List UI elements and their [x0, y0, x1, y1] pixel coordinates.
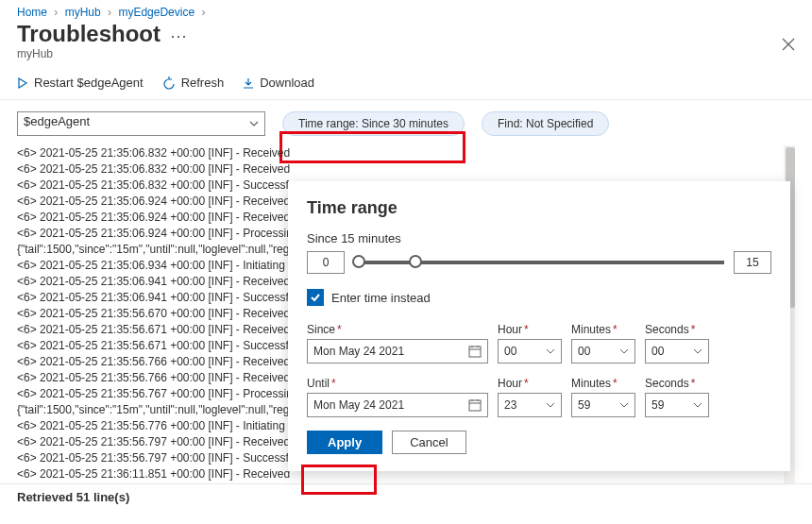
refresh-icon: [162, 76, 176, 90]
slider-track[interactable]: [354, 261, 724, 264]
since-min-select[interactable]: 00: [571, 339, 635, 363]
breadcrumb-device[interactable]: myEdgeDevice: [118, 6, 195, 19]
until-min-select[interactable]: 59: [571, 393, 635, 417]
until-date-value: Mon May 24 2021: [313, 398, 404, 412]
since-date-label: Since*: [307, 323, 488, 336]
chevron-right-icon: ›: [54, 6, 58, 19]
log-line: <6> 2021-05-25 21:35:06.832 +00:00 [INF]…: [17, 161, 795, 177]
page-title: Troubleshoot: [17, 21, 161, 47]
slider-max-box: 15: [734, 251, 771, 274]
download-label: Download: [260, 76, 314, 90]
chevron-down-icon: [693, 402, 702, 408]
refresh-button[interactable]: Refresh: [162, 76, 225, 90]
since-hour-label: Hour*: [498, 323, 562, 336]
breadcrumb: Home › myHub › myEdgeDevice ›: [0, 0, 812, 19]
refresh-label: Refresh: [181, 76, 225, 90]
since-slider-label: Since 15 minutes: [307, 231, 771, 245]
since-sec-label: Seconds*: [645, 323, 709, 336]
restart-label: Restart $edgeAgent: [34, 76, 144, 90]
time-range-pill[interactable]: Time range: Since 30 minutes: [282, 111, 465, 136]
page-subtitle: myHub: [0, 47, 812, 70]
time-range-callout: Time range Since 15 minutes 0 15 Enter t…: [288, 181, 790, 471]
more-icon[interactable]: ⋯: [170, 25, 188, 46]
until-date-input[interactable]: Mon May 24 2021: [307, 393, 488, 417]
breadcrumb-home[interactable]: Home: [17, 6, 47, 19]
close-icon[interactable]: [782, 38, 795, 51]
until-hour-label: Hour*: [498, 377, 562, 390]
check-icon: [310, 292, 321, 303]
chevron-down-icon: [619, 348, 629, 354]
download-button[interactable]: Download: [243, 76, 314, 90]
chevron-down-icon: [249, 121, 259, 127]
slider-min-box: 0: [307, 251, 345, 274]
until-sec-label: Seconds*: [645, 377, 709, 390]
slider-handle-right[interactable]: [409, 255, 422, 268]
since-hour-select[interactable]: 00: [498, 339, 562, 363]
restart-button[interactable]: Restart $edgeAgent: [17, 76, 144, 90]
calendar-icon: [468, 345, 482, 358]
module-select[interactable]: $edgeAgent: [17, 111, 265, 136]
until-sec-select[interactable]: 59: [645, 393, 709, 417]
chevron-down-icon: [693, 348, 702, 354]
since-sec-select[interactable]: 00: [645, 339, 709, 363]
enter-time-checkbox[interactable]: [307, 289, 324, 306]
svg-rect-1: [469, 400, 481, 411]
chevron-down-icon: [619, 402, 629, 408]
since-date-value: Mon May 24 2021: [313, 345, 404, 358]
cancel-button[interactable]: Cancel: [392, 431, 465, 454]
chevron-down-icon: [546, 402, 555, 408]
callout-heading: Time range: [307, 198, 771, 218]
until-hour-select[interactable]: 23: [498, 393, 562, 417]
find-pill[interactable]: Find: Not Specified: [482, 111, 609, 136]
chevron-right-icon: ›: [108, 6, 111, 19]
slider-handle-left[interactable]: [352, 255, 365, 268]
chevron-right-icon: ›: [201, 6, 205, 19]
download-icon: [243, 77, 254, 89]
status-line: Retrieved 51 line(s): [0, 483, 812, 510]
calendar-icon: [468, 398, 482, 412]
toolbar: Restart $edgeAgent Refresh Download: [0, 70, 812, 99]
play-icon: [17, 77, 28, 89]
since-min-label: Minutes*: [571, 323, 635, 336]
svg-rect-0: [469, 347, 481, 357]
module-select-value: $edgeAgent: [24, 114, 90, 128]
until-date-label: Until*: [307, 377, 488, 390]
enter-time-label: Enter time instead: [331, 291, 431, 305]
breadcrumb-hub[interactable]: myHub: [65, 6, 101, 19]
chevron-down-icon: [546, 348, 555, 354]
divider: [0, 99, 812, 100]
until-min-label: Minutes*: [571, 377, 635, 390]
apply-button[interactable]: Apply: [307, 431, 382, 454]
since-date-input[interactable]: Mon May 24 2021: [307, 339, 488, 363]
log-line: <6> 2021-05-25 21:35:06.832 +00:00 [INF]…: [17, 145, 795, 161]
